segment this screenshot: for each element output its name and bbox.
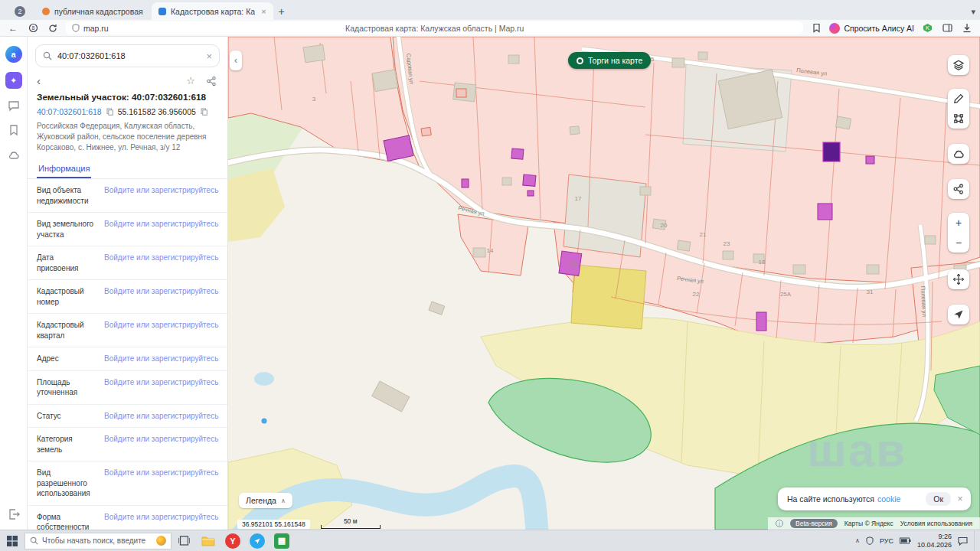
browser-toolbar: ← 8 map.ru Кадастровая карта: Калужская … <box>0 20 980 37</box>
cloud-print-button[interactable] <box>948 144 969 164</box>
battery-icon[interactable] <box>900 537 911 544</box>
cookie-close-icon[interactable]: × <box>954 494 966 504</box>
back-button[interactable]: ← <box>6 22 20 34</box>
new-tab-button[interactable]: + <box>273 3 290 20</box>
cookie-ok-button[interactable]: Ок <box>926 492 951 506</box>
login-register-link[interactable]: Войдите или зарегистрируйтесь <box>104 411 218 422</box>
alice-rail-button[interactable]: a <box>5 46 22 63</box>
yandex-browser-icon[interactable]: Y <box>220 530 245 551</box>
action-center-icon[interactable] <box>958 536 968 546</box>
show-desktop-button[interactable] <box>974 530 977 551</box>
info-icon[interactable]: i <box>776 520 783 527</box>
info-row: Кадастровый кварталВойдите или зарегистр… <box>28 314 227 347</box>
login-register-link[interactable]: Войдите или зарегистрируйтесь <box>104 434 218 455</box>
downloads-icon[interactable] <box>960 22 974 34</box>
share-map-button[interactable] <box>948 179 969 199</box>
info-rows: Вид объекта недвижимостиВойдите или заре… <box>28 179 227 530</box>
ask-alice-button[interactable]: Спросить Алису AI <box>829 23 914 34</box>
parcel-number: 16 <box>570 260 577 267</box>
geolocation-button[interactable] <box>948 305 969 324</box>
tab-information[interactable]: Информация <box>37 159 91 178</box>
cadastral-number-link[interactable]: 40:07:032601:618 <box>37 107 102 116</box>
sidebar-panel-icon[interactable] <box>940 22 954 34</box>
info-row: СтатусВойдите или зарегистрируйтесь <box>28 405 227 429</box>
map-canvas[interactable]: Садовая ул Полевая ул Речная ул Речная у… <box>228 37 980 530</box>
draw-polygon-button[interactable] <box>948 109 969 129</box>
favorite-star-icon[interactable]: ☆ <box>186 75 195 86</box>
tab-counter-badge: 2 <box>15 6 25 17</box>
telegram-icon[interactable] <box>245 530 270 551</box>
tab-search-icon[interactable]: ▾ <box>971 7 975 20</box>
cloud-rail-icon[interactable] <box>6 147 21 162</box>
login-register-link[interactable]: Войдите или зарегистрируйтесь <box>104 286 218 307</box>
parcel-title: Земельный участок: 40:07:032601:618 <box>28 90 227 104</box>
zoom-out-button[interactable]: − <box>948 233 969 253</box>
info-row: Кадастровый номерВойдите или зарегистрир… <box>28 280 227 314</box>
search-icon <box>43 51 52 60</box>
login-exit-icon[interactable] <box>6 507 21 522</box>
search-highlights-icon[interactable] <box>156 536 166 546</box>
layers-button[interactable] <box>948 55 969 75</box>
info-row-label: Статус <box>37 411 96 422</box>
tab-cadastral-map-active[interactable]: Кадастровая карта: Ка × <box>152 2 273 20</box>
legend-button[interactable]: Легенда ∧ <box>239 493 292 508</box>
reload-button[interactable] <box>46 22 60 34</box>
login-register-link[interactable]: Войдите или зарегистрируйтесь <box>104 354 218 364</box>
services-rail-button[interactable]: ✦ <box>5 72 22 89</box>
file-explorer-icon[interactable] <box>196 530 220 551</box>
shield-tray-icon[interactable] <box>866 536 874 545</box>
cookie-link[interactable]: cookie <box>877 494 900 504</box>
copy-icon[interactable] <box>106 108 113 116</box>
browser-menu-icon[interactable]: 8 <box>26 22 40 34</box>
login-register-link[interactable]: Войдите или зарегистрируйтесь <box>104 253 218 273</box>
task-view-button[interactable] <box>172 530 196 551</box>
map-search-box[interactable]: × <box>35 44 220 67</box>
panel-back-button[interactable]: ‹ <box>37 74 41 87</box>
zoom-in-button[interactable]: + <box>948 213 969 233</box>
taskbar-clock[interactable]: 9:26 10.04.2026 <box>917 533 952 549</box>
bookmarks-rail-icon[interactable] <box>6 122 21 138</box>
tab-favicon <box>158 8 166 15</box>
alice-icon <box>829 23 840 34</box>
auction-icon <box>577 57 583 64</box>
auctions-on-map-button[interactable]: Торги на карте <box>568 52 651 69</box>
login-register-link[interactable]: Войдите или зарегистрируйтесь <box>104 377 218 398</box>
login-register-link[interactable]: Войдите или зарегистрируйтесь <box>104 468 218 499</box>
address-bar[interactable]: map.ru Кадастровая карта: Калужская обла… <box>66 21 803 34</box>
info-row-label: Кадастровый квартал <box>37 320 96 341</box>
login-register-link[interactable]: Войдите или зарегистрируйтесь <box>104 512 218 530</box>
pan-mode-button[interactable] <box>948 269 969 289</box>
ruler-button[interactable] <box>948 89 969 109</box>
app-icon-green[interactable]: ▦ <box>270 530 294 551</box>
bookmark-icon[interactable] <box>809 22 823 34</box>
tab-public-cadastral[interactable]: публичная кадастровая к <box>35 2 152 20</box>
login-register-link[interactable]: Войдите или зарегистрируйтесь <box>104 185 218 206</box>
tab-group-chip[interactable]: 2 <box>5 2 35 20</box>
login-register-link[interactable]: Войдите или зарегистрируйтесь <box>104 219 218 240</box>
terms-link[interactable]: Условия использования <box>900 520 972 527</box>
language-indicator[interactable]: РУС <box>880 537 893 545</box>
parcel-number: 17 <box>575 195 582 202</box>
info-row: Вид земельного участкаВойдите или зареги… <box>28 213 227 246</box>
panel-collapse-button[interactable]: ‹ <box>230 51 242 70</box>
taskbar-search-input[interactable] <box>42 536 152 545</box>
tab-close-icon[interactable]: × <box>261 7 266 16</box>
map-viewport[interactable]: Садовая ул Полевая ул Речная ул Речная у… <box>228 37 980 530</box>
selected-building[interactable] <box>823 142 840 161</box>
clock-date: 10.04.2026 <box>917 541 952 549</box>
share-icon[interactable] <box>206 76 217 86</box>
kaspersky-extension-icon[interactable]: K <box>920 22 934 34</box>
clear-search-icon[interactable]: × <box>206 51 212 62</box>
tray-expand-icon[interactable]: ∧ <box>855 537 860 544</box>
svg-text:8: 8 <box>31 25 34 31</box>
info-row-label: Дата присвоения <box>37 253 96 273</box>
messenger-icon[interactable] <box>6 98 21 113</box>
login-register-link[interactable]: Войдите или зарегистрируйтесь <box>104 320 218 341</box>
url-text: map.ru <box>83 24 109 33</box>
copy-icon[interactable] <box>201 108 207 116</box>
taskbar-search-box[interactable] <box>24 533 172 549</box>
start-button[interactable] <box>0 530 24 551</box>
search-input[interactable] <box>57 51 201 60</box>
tab-label: Кадастровая карта: Ка <box>171 7 255 16</box>
info-row: Категория земельВойдите или зарегистриру… <box>28 428 227 461</box>
